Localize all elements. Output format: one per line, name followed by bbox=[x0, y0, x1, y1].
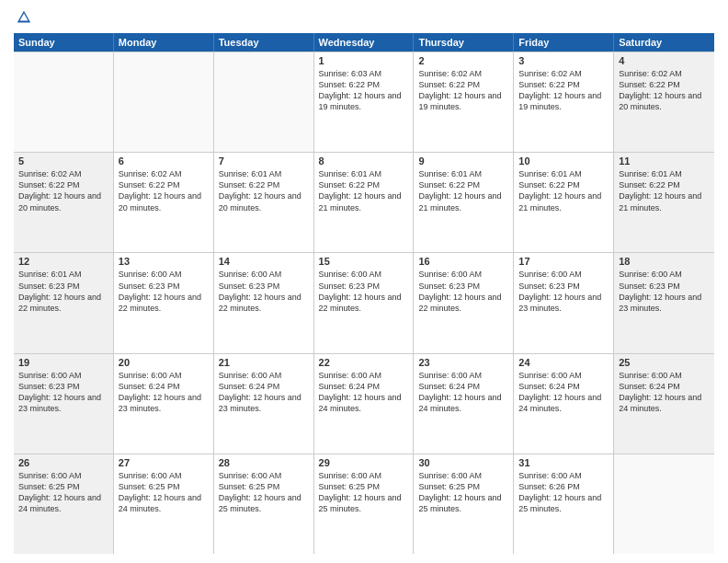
day-info: Sunrise: 6:00 AM Sunset: 6:24 PM Dayligh… bbox=[518, 370, 609, 415]
calendar-row-0: 1Sunrise: 6:03 AM Sunset: 6:22 PM Daylig… bbox=[14, 52, 714, 153]
empty-cell bbox=[114, 52, 214, 152]
weekday-header-sunday: Sunday bbox=[14, 33, 114, 52]
day-cell-18: 18Sunrise: 6:00 AM Sunset: 6:23 PM Dayli… bbox=[614, 253, 714, 352]
day-info: Sunrise: 6:00 AM Sunset: 6:24 PM Dayligh… bbox=[119, 370, 209, 415]
weekday-header-saturday: Saturday bbox=[614, 33, 714, 52]
day-cell-30: 30Sunrise: 6:00 AM Sunset: 6:25 PM Dayli… bbox=[414, 454, 514, 554]
day-number: 1 bbox=[319, 55, 409, 66]
calendar-row-3: 19Sunrise: 6:00 AM Sunset: 6:23 PM Dayli… bbox=[14, 354, 714, 454]
day-info: Sunrise: 6:00 AM Sunset: 6:23 PM Dayligh… bbox=[518, 269, 609, 314]
day-info: Sunrise: 6:00 AM Sunset: 6:24 PM Dayligh… bbox=[319, 370, 409, 415]
day-number: 8 bbox=[319, 155, 409, 167]
day-number: 24 bbox=[518, 357, 609, 368]
day-cell-10: 10Sunrise: 6:01 AM Sunset: 6:22 PM Dayli… bbox=[514, 153, 614, 252]
day-number: 26 bbox=[18, 457, 108, 468]
calendar-row-1: 5Sunrise: 6:02 AM Sunset: 6:22 PM Daylig… bbox=[14, 153, 714, 253]
weekday-header-friday: Friday bbox=[514, 33, 614, 52]
calendar-header: SundayMondayTuesdayWednesdayThursdayFrid… bbox=[14, 33, 714, 52]
day-cell-28: 28Sunrise: 6:00 AM Sunset: 6:25 PM Dayli… bbox=[214, 454, 314, 554]
day-cell-21: 21Sunrise: 6:00 AM Sunset: 6:24 PM Dayli… bbox=[214, 354, 314, 454]
day-number: 5 bbox=[18, 155, 108, 167]
day-number: 21 bbox=[219, 357, 309, 368]
day-info: Sunrise: 6:00 AM Sunset: 6:24 PM Dayligh… bbox=[219, 370, 309, 415]
day-cell-27: 27Sunrise: 6:00 AM Sunset: 6:25 PM Dayli… bbox=[114, 454, 214, 554]
day-info: Sunrise: 6:00 AM Sunset: 6:25 PM Dayligh… bbox=[18, 470, 108, 515]
day-cell-9: 9Sunrise: 6:01 AM Sunset: 6:22 PM Daylig… bbox=[414, 153, 514, 252]
day-cell-4: 4Sunrise: 6:02 AM Sunset: 6:22 PM Daylig… bbox=[614, 52, 714, 152]
day-number: 31 bbox=[518, 457, 609, 468]
empty-cell bbox=[214, 52, 314, 152]
day-cell-25: 25Sunrise: 6:00 AM Sunset: 6:24 PM Dayli… bbox=[614, 354, 714, 454]
day-cell-16: 16Sunrise: 6:00 AM Sunset: 6:23 PM Dayli… bbox=[414, 253, 514, 352]
day-cell-26: 26Sunrise: 6:00 AM Sunset: 6:25 PM Dayli… bbox=[14, 454, 114, 554]
day-info: Sunrise: 6:01 AM Sunset: 6:22 PM Dayligh… bbox=[418, 168, 508, 213]
day-cell-13: 13Sunrise: 6:00 AM Sunset: 6:23 PM Dayli… bbox=[114, 253, 214, 352]
day-number: 16 bbox=[418, 256, 508, 267]
empty-cell bbox=[14, 52, 114, 152]
day-info: Sunrise: 6:02 AM Sunset: 6:22 PM Dayligh… bbox=[619, 68, 710, 113]
weekday-header-tuesday: Tuesday bbox=[214, 33, 314, 52]
day-cell-3: 3Sunrise: 6:02 AM Sunset: 6:22 PM Daylig… bbox=[514, 52, 614, 152]
day-cell-8: 8Sunrise: 6:01 AM Sunset: 6:22 PM Daylig… bbox=[314, 153, 415, 252]
day-info: Sunrise: 6:02 AM Sunset: 6:22 PM Dayligh… bbox=[119, 168, 209, 213]
day-cell-12: 12Sunrise: 6:01 AM Sunset: 6:23 PM Dayli… bbox=[14, 253, 114, 352]
day-number: 22 bbox=[319, 357, 409, 368]
day-info: Sunrise: 6:00 AM Sunset: 6:24 PM Dayligh… bbox=[619, 370, 710, 415]
day-number: 27 bbox=[119, 457, 209, 468]
day-info: Sunrise: 6:00 AM Sunset: 6:25 PM Dayligh… bbox=[319, 470, 409, 515]
day-info: Sunrise: 6:00 AM Sunset: 6:25 PM Dayligh… bbox=[219, 470, 309, 515]
day-cell-19: 19Sunrise: 6:00 AM Sunset: 6:23 PM Dayli… bbox=[14, 354, 114, 454]
day-number: 29 bbox=[319, 457, 409, 468]
header bbox=[14, 9, 714, 26]
day-number: 3 bbox=[518, 55, 609, 66]
empty-cell bbox=[614, 454, 714, 554]
day-cell-24: 24Sunrise: 6:00 AM Sunset: 6:24 PM Dayli… bbox=[514, 354, 614, 454]
day-info: Sunrise: 6:01 AM Sunset: 6:22 PM Dayligh… bbox=[319, 168, 409, 213]
day-info: Sunrise: 6:00 AM Sunset: 6:23 PM Dayligh… bbox=[219, 269, 309, 314]
day-info: Sunrise: 6:00 AM Sunset: 6:23 PM Dayligh… bbox=[119, 269, 209, 314]
day-cell-29: 29Sunrise: 6:00 AM Sunset: 6:25 PM Dayli… bbox=[314, 454, 415, 554]
day-cell-2: 2Sunrise: 6:02 AM Sunset: 6:22 PM Daylig… bbox=[414, 52, 514, 152]
day-info: Sunrise: 6:00 AM Sunset: 6:26 PM Dayligh… bbox=[518, 470, 609, 515]
day-info: Sunrise: 6:03 AM Sunset: 6:22 PM Dayligh… bbox=[319, 68, 409, 113]
day-info: Sunrise: 6:00 AM Sunset: 6:23 PM Dayligh… bbox=[319, 269, 409, 314]
day-cell-15: 15Sunrise: 6:00 AM Sunset: 6:23 PM Dayli… bbox=[314, 253, 415, 352]
day-info: Sunrise: 6:01 AM Sunset: 6:23 PM Dayligh… bbox=[18, 269, 108, 314]
calendar-row-4: 26Sunrise: 6:00 AM Sunset: 6:25 PM Dayli… bbox=[14, 454, 714, 554]
day-number: 15 bbox=[319, 256, 409, 267]
logo bbox=[14, 9, 32, 26]
day-number: 30 bbox=[418, 457, 508, 468]
day-cell-17: 17Sunrise: 6:00 AM Sunset: 6:23 PM Dayli… bbox=[514, 253, 614, 352]
day-number: 9 bbox=[418, 155, 508, 167]
day-cell-1: 1Sunrise: 6:03 AM Sunset: 6:22 PM Daylig… bbox=[314, 52, 415, 152]
day-info: Sunrise: 6:00 AM Sunset: 6:23 PM Dayligh… bbox=[418, 269, 508, 314]
day-number: 28 bbox=[219, 457, 309, 468]
day-number: 20 bbox=[119, 357, 209, 368]
day-info: Sunrise: 6:00 AM Sunset: 6:23 PM Dayligh… bbox=[619, 269, 710, 314]
day-cell-22: 22Sunrise: 6:00 AM Sunset: 6:24 PM Dayli… bbox=[314, 354, 415, 454]
day-number: 17 bbox=[518, 256, 609, 267]
day-cell-7: 7Sunrise: 6:01 AM Sunset: 6:22 PM Daylig… bbox=[214, 153, 314, 252]
day-cell-14: 14Sunrise: 6:00 AM Sunset: 6:23 PM Dayli… bbox=[214, 253, 314, 352]
day-info: Sunrise: 6:01 AM Sunset: 6:22 PM Dayligh… bbox=[219, 168, 309, 213]
day-cell-23: 23Sunrise: 6:00 AM Sunset: 6:24 PM Dayli… bbox=[414, 354, 514, 454]
day-info: Sunrise: 6:00 AM Sunset: 6:25 PM Dayligh… bbox=[418, 470, 508, 515]
day-number: 18 bbox=[619, 256, 710, 267]
day-number: 6 bbox=[119, 155, 209, 167]
day-info: Sunrise: 6:00 AM Sunset: 6:25 PM Dayligh… bbox=[119, 470, 209, 515]
day-cell-31: 31Sunrise: 6:00 AM Sunset: 6:26 PM Dayli… bbox=[514, 454, 614, 554]
calendar-body: 1Sunrise: 6:03 AM Sunset: 6:22 PM Daylig… bbox=[14, 52, 714, 554]
day-number: 4 bbox=[619, 55, 710, 66]
day-number: 14 bbox=[219, 256, 309, 267]
day-number: 12 bbox=[18, 256, 108, 267]
day-info: Sunrise: 6:00 AM Sunset: 6:23 PM Dayligh… bbox=[18, 370, 108, 415]
day-number: 13 bbox=[119, 256, 209, 267]
page: SundayMondayTuesdayWednesdayThursdayFrid… bbox=[0, 0, 728, 563]
day-number: 2 bbox=[418, 55, 508, 66]
day-cell-5: 5Sunrise: 6:02 AM Sunset: 6:22 PM Daylig… bbox=[14, 153, 114, 252]
day-info: Sunrise: 6:01 AM Sunset: 6:22 PM Dayligh… bbox=[518, 168, 609, 213]
day-info: Sunrise: 6:02 AM Sunset: 6:22 PM Dayligh… bbox=[518, 68, 609, 113]
day-info: Sunrise: 6:00 AM Sunset: 6:24 PM Dayligh… bbox=[418, 370, 508, 415]
day-cell-6: 6Sunrise: 6:02 AM Sunset: 6:22 PM Daylig… bbox=[114, 153, 214, 252]
logo-icon bbox=[16, 9, 32, 26]
